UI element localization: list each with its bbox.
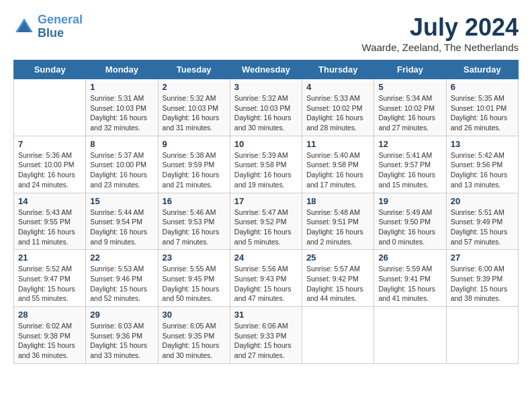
- calendar-cell: 27Sunrise: 6:00 AM Sunset: 9:39 PM Dayli…: [446, 250, 518, 307]
- calendar-cell: 31Sunrise: 6:06 AM Sunset: 9:33 PM Dayli…: [230, 307, 302, 364]
- calendar-cell: 11Sunrise: 5:40 AM Sunset: 9:58 PM Dayli…: [302, 136, 374, 193]
- day-info: Sunrise: 5:43 AM Sunset: 9:55 PM Dayligh…: [18, 208, 81, 247]
- day-info: Sunrise: 5:40 AM Sunset: 9:58 PM Dayligh…: [306, 150, 369, 190]
- calendar-cell: 28Sunrise: 6:02 AM Sunset: 9:38 PM Dayli…: [14, 307, 86, 364]
- day-info: Sunrise: 5:33 AM Sunset: 10:02 PM Daylig…: [306, 93, 369, 133]
- day-info: Sunrise: 5:49 AM Sunset: 9:50 PM Dayligh…: [378, 208, 441, 247]
- day-info: Sunrise: 5:36 AM Sunset: 10:00 PM Daylig…: [18, 150, 81, 190]
- logo-icon: [13, 16, 35, 38]
- calendar-table: SundayMondayTuesdayWednesdayThursdayFrid…: [13, 60, 519, 364]
- day-info: Sunrise: 5:48 AM Sunset: 9:51 PM Dayligh…: [306, 208, 369, 247]
- day-number: 27: [451, 253, 514, 263]
- day-number: 25: [306, 253, 369, 263]
- day-info: Sunrise: 5:47 AM Sunset: 9:52 PM Dayligh…: [234, 208, 298, 247]
- day-info: Sunrise: 5:57 AM Sunset: 9:42 PM Dayligh…: [306, 264, 369, 304]
- calendar-cell: 19Sunrise: 5:49 AM Sunset: 9:50 PM Dayli…: [374, 193, 446, 250]
- day-info: Sunrise: 5:32 AM Sunset: 10:03 PM Daylig…: [163, 93, 226, 133]
- calendar-cell: 12Sunrise: 5:41 AM Sunset: 9:57 PM Dayli…: [374, 136, 446, 193]
- weekday-header: Tuesday: [158, 60, 230, 79]
- day-info: Sunrise: 6:03 AM Sunset: 9:36 PM Dayligh…: [90, 321, 153, 361]
- day-number: 9: [163, 139, 226, 149]
- day-number: 1: [90, 82, 153, 92]
- calendar-cell: [14, 79, 86, 136]
- month-year: July 2024: [362, 13, 519, 42]
- day-number: 5: [378, 82, 441, 92]
- day-info: Sunrise: 6:02 AM Sunset: 9:38 PM Dayligh…: [18, 321, 81, 361]
- calendar-cell: 6Sunrise: 5:35 AM Sunset: 10:01 PM Dayli…: [446, 79, 518, 136]
- day-info: Sunrise: 5:32 AM Sunset: 10:03 PM Daylig…: [234, 93, 298, 133]
- day-number: 16: [163, 196, 226, 206]
- calendar-cell: 10Sunrise: 5:39 AM Sunset: 9:58 PM Dayli…: [230, 136, 302, 193]
- day-number: 2: [163, 82, 226, 92]
- calendar-cell: 14Sunrise: 5:43 AM Sunset: 9:55 PM Dayli…: [14, 193, 86, 250]
- page-header: General Blue July 2024 Waarde, Zeeland, …: [13, 13, 519, 53]
- day-number: 8: [90, 139, 153, 149]
- day-info: Sunrise: 5:55 AM Sunset: 9:45 PM Dayligh…: [163, 264, 226, 304]
- day-info: Sunrise: 5:46 AM Sunset: 9:53 PM Dayligh…: [163, 208, 226, 247]
- day-info: Sunrise: 5:53 AM Sunset: 9:46 PM Dayligh…: [90, 264, 153, 304]
- calendar-cell: 22Sunrise: 5:53 AM Sunset: 9:46 PM Dayli…: [86, 250, 158, 307]
- day-info: Sunrise: 6:05 AM Sunset: 9:35 PM Dayligh…: [163, 321, 226, 361]
- calendar-cell: 15Sunrise: 5:44 AM Sunset: 9:54 PM Dayli…: [86, 193, 158, 250]
- calendar-cell: 24Sunrise: 5:56 AM Sunset: 9:43 PM Dayli…: [230, 250, 302, 307]
- day-info: Sunrise: 5:52 AM Sunset: 9:47 PM Dayligh…: [18, 264, 81, 304]
- day-number: 31: [234, 310, 298, 320]
- calendar-cell: 1Sunrise: 5:31 AM Sunset: 10:03 PM Dayli…: [86, 79, 158, 136]
- day-info: Sunrise: 5:38 AM Sunset: 9:59 PM Dayligh…: [163, 150, 226, 190]
- calendar-cell: 9Sunrise: 5:38 AM Sunset: 9:59 PM Daylig…: [158, 136, 230, 193]
- calendar-cell: [374, 307, 446, 364]
- calendar-cell: 26Sunrise: 5:59 AM Sunset: 9:41 PM Dayli…: [374, 250, 446, 307]
- day-number: 12: [378, 139, 441, 149]
- weekday-header: Friday: [374, 60, 446, 79]
- day-info: Sunrise: 5:59 AM Sunset: 9:41 PM Dayligh…: [378, 264, 441, 304]
- day-number: 6: [451, 82, 514, 92]
- calendar-cell: 3Sunrise: 5:32 AM Sunset: 10:03 PM Dayli…: [230, 79, 302, 136]
- calendar-cell: [302, 307, 374, 364]
- calendar-cell: 13Sunrise: 5:42 AM Sunset: 9:56 PM Dayli…: [446, 136, 518, 193]
- calendar-cell: [446, 307, 518, 364]
- weekday-header: Monday: [86, 60, 158, 79]
- weekday-header: Thursday: [302, 60, 374, 79]
- calendar-cell: 21Sunrise: 5:52 AM Sunset: 9:47 PM Dayli…: [14, 250, 86, 307]
- day-info: Sunrise: 5:39 AM Sunset: 9:58 PM Dayligh…: [234, 150, 298, 190]
- day-number: 13: [451, 139, 514, 149]
- calendar-cell: 20Sunrise: 5:51 AM Sunset: 9:49 PM Dayli…: [446, 193, 518, 250]
- day-number: 30: [163, 310, 226, 320]
- day-number: 15: [90, 196, 153, 206]
- day-info: Sunrise: 5:35 AM Sunset: 10:01 PM Daylig…: [451, 93, 514, 133]
- title-block: July 2024 Waarde, Zeeland, The Netherlan…: [362, 13, 519, 53]
- calendar-week-row: 7Sunrise: 5:36 AM Sunset: 10:00 PM Dayli…: [14, 136, 519, 193]
- day-number: 19: [378, 196, 441, 206]
- day-number: 10: [234, 139, 298, 149]
- day-number: 4: [306, 82, 369, 92]
- calendar-week-row: 1Sunrise: 5:31 AM Sunset: 10:03 PM Dayli…: [14, 79, 519, 136]
- calendar-week-row: 21Sunrise: 5:52 AM Sunset: 9:47 PM Dayli…: [14, 250, 519, 307]
- day-info: Sunrise: 6:06 AM Sunset: 9:33 PM Dayligh…: [234, 321, 298, 361]
- day-number: 11: [306, 139, 369, 149]
- day-info: Sunrise: 5:56 AM Sunset: 9:43 PM Dayligh…: [234, 264, 298, 304]
- calendar-cell: 5Sunrise: 5:34 AM Sunset: 10:02 PM Dayli…: [374, 79, 446, 136]
- day-number: 7: [18, 139, 81, 149]
- weekday-header: Saturday: [446, 60, 518, 79]
- calendar-cell: 17Sunrise: 5:47 AM Sunset: 9:52 PM Dayli…: [230, 193, 302, 250]
- logo-text: General Blue: [38, 13, 83, 40]
- day-number: 17: [234, 196, 298, 206]
- day-info: Sunrise: 5:34 AM Sunset: 10:02 PM Daylig…: [378, 93, 441, 133]
- day-number: 29: [90, 310, 153, 320]
- calendar-cell: 18Sunrise: 5:48 AM Sunset: 9:51 PM Dayli…: [302, 193, 374, 250]
- calendar-cell: 2Sunrise: 5:32 AM Sunset: 10:03 PM Dayli…: [158, 79, 230, 136]
- calendar-week-row: 14Sunrise: 5:43 AM Sunset: 9:55 PM Dayli…: [14, 193, 519, 250]
- day-info: Sunrise: 5:31 AM Sunset: 10:03 PM Daylig…: [90, 93, 153, 133]
- calendar-header-row: SundayMondayTuesdayWednesdayThursdayFrid…: [14, 60, 519, 79]
- day-info: Sunrise: 5:44 AM Sunset: 9:54 PM Dayligh…: [90, 208, 153, 247]
- day-number: 20: [451, 196, 514, 206]
- day-number: 24: [234, 253, 298, 263]
- logo: General Blue: [13, 13, 83, 40]
- day-number: 21: [18, 253, 81, 263]
- day-number: 22: [90, 253, 153, 263]
- day-info: Sunrise: 5:41 AM Sunset: 9:57 PM Dayligh…: [378, 150, 441, 190]
- calendar-week-row: 28Sunrise: 6:02 AM Sunset: 9:38 PM Dayli…: [14, 307, 519, 364]
- weekday-header: Sunday: [14, 60, 86, 79]
- weekday-header: Wednesday: [230, 60, 302, 79]
- location: Waarde, Zeeland, The Netherlands: [362, 42, 519, 53]
